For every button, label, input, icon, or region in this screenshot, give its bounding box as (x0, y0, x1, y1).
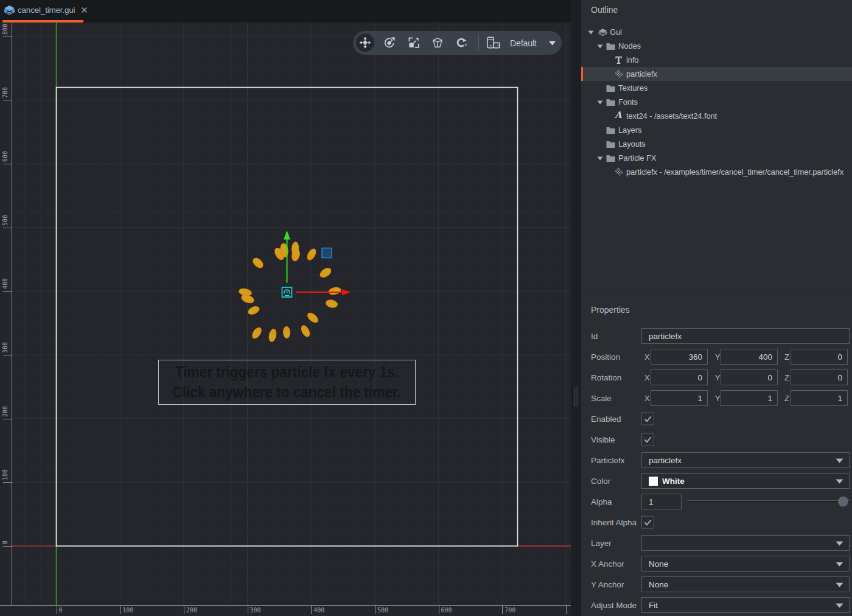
folder-icon (606, 155, 615, 162)
ruler-tick (3, 164, 12, 164)
ruler-label-h: 600 (441, 607, 452, 614)
splitter-grip-icon[interactable] (574, 387, 579, 407)
tree-row-particlefx-resource[interactable]: particlefx - /examples/timer/cancel_time… (581, 165, 852, 179)
scene-viewport[interactable]: Timer triggers particle fx every 1s. Cli… (0, 20, 571, 616)
gui-bounds-rect (57, 88, 518, 547)
ruler-label-h: 100 (122, 607, 133, 614)
ruler-tick (439, 605, 439, 614)
z-component-label: Z (784, 394, 789, 403)
dropdown-caret-icon (836, 583, 843, 587)
move-gizmo[interactable] (282, 231, 351, 298)
layout-selector-value[interactable]: Default (510, 31, 537, 55)
position-x-field[interactable]: 360 (651, 349, 708, 365)
rotate-icon (382, 35, 397, 50)
particlefx-dropdown[interactable]: particlefx (641, 452, 850, 468)
tree-row-layers[interactable]: Layers (581, 123, 852, 137)
defold-editor-window: Timer triggers particle fx every 1s. Cli… (0, 0, 852, 616)
horizontal-ruler: 0100200300400500600700 (0, 605, 571, 616)
tree-row-particle-fx-folder[interactable]: Particle FX (581, 151, 852, 165)
rotation-z-field[interactable]: 0 (791, 369, 848, 385)
tab-cancel-timer-gui[interactable]: cancel_timer.gui (0, 0, 94, 20)
tree-label: Layouts (618, 139, 646, 149)
visible-checkbox[interactable] (641, 433, 654, 446)
rotate-tool-button[interactable] (380, 33, 399, 52)
property-label: Rotation (591, 373, 621, 382)
gui-text-node[interactable]: Timer triggers particle fx every 1s. Cli… (158, 360, 416, 405)
particlefx-icon (615, 168, 623, 176)
dropdown-caret-icon (836, 541, 843, 546)
property-label: Color (591, 477, 610, 486)
expand-arrow-icon[interactable] (588, 30, 594, 35)
tree-row-textures[interactable]: Textures (581, 81, 852, 95)
ruler-tick (248, 605, 248, 614)
ruler-tick (375, 605, 375, 614)
alpha-slider-handle[interactable] (838, 497, 848, 507)
toolbar-divider (478, 35, 479, 51)
property-label: Position (591, 352, 620, 362)
tree-row-nodes[interactable]: Nodes (581, 39, 852, 53)
ruler-tick (3, 100, 12, 100)
ruler-label-h: 700 (505, 607, 515, 614)
scale-tool-button[interactable] (405, 33, 423, 52)
xy-plane-handle[interactable] (322, 248, 332, 258)
folder-icon (606, 141, 615, 148)
expand-arrow-icon[interactable] (597, 100, 603, 105)
tab-close-icon[interactable] (81, 7, 88, 13)
ruler-label-h: 200 (186, 607, 197, 614)
layer-dropdown[interactable] (641, 535, 850, 551)
scale-y-field[interactable]: 1 (721, 390, 778, 406)
adjust-mode-dropdown[interactable]: Fit (641, 597, 850, 613)
tree-row-particlefx[interactable]: particlefx (581, 67, 852, 81)
expand-arrow-icon[interactable] (597, 44, 603, 49)
position-y-field[interactable]: 400 (721, 349, 778, 365)
camera-rotate-tool-button[interactable] (453, 33, 471, 52)
enabled-checkbox[interactable] (641, 413, 654, 425)
folder-icon (606, 85, 615, 92)
panel-splitter[interactable] (571, 0, 581, 616)
ruler-label-h: 300 (250, 607, 261, 614)
id-field[interactable]: particlefx (641, 328, 850, 344)
move-tool-button[interactable] (356, 33, 374, 52)
rotation-y-field[interactable]: 0 (721, 369, 778, 385)
dropdown-value: White (662, 477, 685, 486)
layout-device-icon (486, 37, 501, 50)
tree-row-gui[interactable]: Gui (581, 25, 852, 39)
ruler-label-v: 600 (2, 151, 9, 162)
vertical-ruler-edge (12, 23, 12, 605)
alpha-field[interactable]: 1 (641, 494, 682, 509)
tree-row-info[interactable]: info (581, 53, 852, 67)
emitter-center-handle[interactable] (282, 287, 292, 297)
scale-z-field[interactable]: 1 (791, 390, 848, 406)
expand-arrow-icon[interactable] (597, 156, 603, 161)
tree-row-text24-font[interactable]: A text24 - /assets/text24.font (581, 109, 852, 123)
y-anchor-dropdown[interactable]: None (641, 576, 850, 592)
layout-caret-icon[interactable] (548, 41, 556, 46)
tree-row-fonts[interactable]: Fonts (581, 95, 852, 109)
dropdown-value: Fit (649, 601, 658, 610)
y-component-label: Y (715, 373, 721, 382)
x-component-label: X (644, 394, 650, 403)
frustum-tool-button[interactable] (428, 33, 447, 52)
property-label: Adjust Mode (591, 601, 637, 610)
inherit-alpha-checkbox[interactable] (641, 516, 654, 529)
ruler-tick (3, 355, 12, 355)
particlefx-icon (615, 70, 623, 78)
x-anchor-dropdown[interactable]: None (641, 556, 850, 572)
ruler-tick (3, 419, 12, 419)
ruler-label-h: 400 (313, 607, 324, 614)
tree-label: Nodes (618, 41, 641, 51)
tree-label: particlefx - /examples/timer/cancel_time… (626, 167, 843, 177)
ruler-tick (3, 546, 12, 547)
alpha-slider-track[interactable] (687, 500, 850, 502)
property-label: Scale (591, 394, 612, 403)
rotation-x-field[interactable]: 0 (651, 369, 708, 385)
position-z-field[interactable]: 0 (791, 349, 848, 365)
check-icon (643, 414, 653, 424)
dropdown-caret-icon (836, 458, 843, 463)
tree-row-layouts[interactable]: Layouts (581, 137, 852, 151)
properties-header: Properties (591, 305, 630, 315)
active-tab-underline (2, 20, 83, 23)
color-dropdown[interactable]: White (641, 473, 850, 489)
property-label: Id (591, 332, 598, 341)
scale-x-field[interactable]: 1 (651, 390, 708, 406)
